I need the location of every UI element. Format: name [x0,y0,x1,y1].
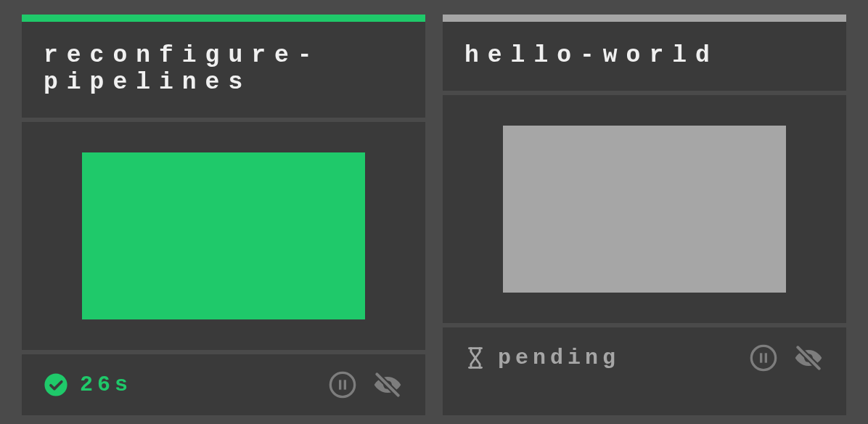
pipeline-card[interactable]: hello-world pending [443,15,846,415]
pipeline-actions [328,369,404,401]
visibility-off-icon[interactable] [793,342,824,374]
pipeline-board: reconfigure-pipelines 26s [0,0,868,424]
pause-button[interactable] [749,343,778,372]
pipeline-job-box[interactable] [503,126,786,293]
pipeline-status-bar [443,15,846,22]
hourglass-icon [464,346,486,370]
pipeline-status: pending [464,346,737,370]
pipeline-preview [22,122,425,354]
svg-rect-3 [344,380,346,389]
svg-point-0 [44,373,67,396]
pipeline-header: reconfigure-pipelines [22,22,425,122]
svg-rect-2 [339,380,341,389]
pipeline-actions [749,342,824,374]
pipeline-job-box[interactable] [82,152,365,319]
pipeline-header: hello-world [443,22,846,95]
svg-point-1 [330,372,354,396]
pipeline-title: reconfigure-pipelines [44,42,321,96]
pipeline-footer: pending [443,327,846,388]
pipeline-title: hello-world [464,42,718,69]
svg-point-10 [751,346,775,370]
pipeline-status: 26s [44,372,316,397]
visibility-off-icon[interactable] [372,369,404,401]
svg-rect-11 [760,353,762,362]
pipeline-footer: 26s [22,354,425,415]
pipeline-preview [443,95,846,327]
pipeline-status-text: 26s [80,372,132,397]
check-circle-icon [44,372,68,397]
pipeline-card[interactable]: reconfigure-pipelines 26s [22,15,425,415]
svg-rect-12 [765,353,767,362]
pipeline-status-text: pending [498,346,620,370]
pipeline-status-bar [22,15,425,22]
pause-button[interactable] [328,370,357,399]
